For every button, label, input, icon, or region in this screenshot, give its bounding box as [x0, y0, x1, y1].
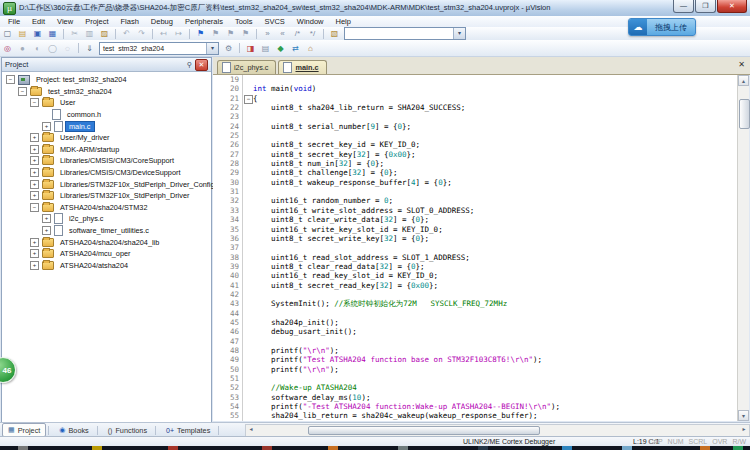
- flash-download-icon[interactable]: ⇓: [83, 43, 96, 54]
- tree-item[interactable]: +i2c_phys.c: [2, 213, 211, 225]
- title-bar[interactable]: µ D:\工作区\360云盘\工作产品\烧录器\SHA204-加密C原厂资料\t…: [0, 0, 750, 17]
- chevron-down-icon[interactable]: ▾: [206, 43, 218, 54]
- menu-tools[interactable]: Tools: [229, 17, 259, 26]
- expand-icon[interactable]: +: [30, 145, 39, 154]
- tree-item[interactable]: +ATSHA204/sha204/sha204_lib: [2, 236, 211, 248]
- insert-remove-breakpoint-icon[interactable]: ●: [16, 43, 29, 54]
- debug-session-icon[interactable]: ◎: [1, 43, 14, 54]
- options-for-target-icon[interactable]: ⚙: [222, 43, 235, 54]
- document-close-icon[interactable]: ✕: [736, 59, 747, 70]
- expand-icon[interactable]: +: [30, 261, 39, 270]
- vertical-scrollbar[interactable]: ▴ ▾: [737, 75, 749, 421]
- editor-tab-i2c_phys-c[interactable]: i2c_phys.c: [217, 60, 276, 74]
- file-extensions-icon[interactable]: ◆: [274, 43, 287, 54]
- panel-tab-project[interactable]: ▦Project: [2, 423, 46, 437]
- expand-icon[interactable]: +: [42, 226, 51, 235]
- paste-icon[interactable]: ▨: [98, 28, 111, 39]
- editor-tab-main-c[interactable]: main.c: [278, 60, 326, 74]
- scroll-up-icon[interactable]: ▴: [738, 75, 749, 86]
- pin-icon[interactable]: ⚲: [184, 60, 195, 70]
- tree-item[interactable]: −Project: test_stm32_sha204: [2, 74, 211, 86]
- new-file-icon[interactable]: ▢: [1, 28, 14, 39]
- find-in-files-icon[interactable]: ▧: [328, 28, 341, 39]
- tree-item[interactable]: +Libraries/STM32F10x_StdPeriph_Driver_Co…: [2, 178, 211, 190]
- uncomment-icon[interactable]: */: [306, 28, 319, 39]
- chevron-down-icon[interactable]: ▾: [453, 28, 465, 39]
- expand-icon[interactable]: +: [30, 156, 39, 165]
- find-combobox[interactable]: ▾: [344, 27, 466, 40]
- tree-item[interactable]: +MDK-ARM/startup: [2, 144, 211, 156]
- panel-tab-templates[interactable]: 0+Templates: [160, 423, 216, 437]
- menu-file[interactable]: File: [2, 17, 26, 26]
- environment-setup-icon[interactable]: ⇄: [289, 43, 302, 54]
- scroll-left-icon[interactable]: ◂: [246, 425, 256, 434]
- pack-installer-icon[interactable]: ⌂: [304, 43, 317, 54]
- expand-icon[interactable]: +: [30, 191, 39, 200]
- menu-project[interactable]: Project: [79, 17, 114, 26]
- collapse-icon[interactable]: −: [6, 75, 15, 84]
- save-file-icon[interactable]: ▣: [31, 28, 44, 39]
- tree-item[interactable]: +ATSHA204/atsha204: [2, 260, 211, 272]
- scroll-down-icon[interactable]: ▾: [738, 410, 749, 421]
- menu-window[interactable]: Window: [291, 17, 330, 26]
- tree-item[interactable]: +main.c: [2, 120, 211, 132]
- previous-bookmark-icon[interactable]: ⚑: [224, 28, 237, 39]
- menu-flash[interactable]: Flash: [115, 17, 145, 26]
- collapse-icon[interactable]: −: [18, 87, 27, 96]
- restore-button[interactable]: ❐: [695, 0, 716, 13]
- next-bookmark-icon[interactable]: ⚑: [209, 28, 222, 39]
- horizontal-scroll-thumb[interactable]: [308, 426, 540, 435]
- expand-icon[interactable]: +: [42, 122, 51, 131]
- indent-icon[interactable]: »: [261, 28, 274, 39]
- tree-item[interactable]: +software_timer_utilities.c: [2, 225, 211, 237]
- menu-svcs[interactable]: SVCS: [258, 17, 290, 26]
- menu-peripherals[interactable]: Peripherals: [179, 17, 229, 26]
- cloud-upload-button[interactable]: ☁ 拖拽上传: [628, 18, 696, 36]
- minimize-button[interactable]: —: [673, 0, 694, 13]
- menu-edit[interactable]: Edit: [26, 17, 51, 26]
- comment-icon[interactable]: /*: [291, 28, 304, 39]
- tree-item[interactable]: +ATSHA204/mcu_oper: [2, 248, 211, 260]
- expand-icon[interactable]: +: [30, 249, 39, 258]
- tree-item[interactable]: −ATSHA204/sha204/STM32: [2, 202, 211, 214]
- tree-item[interactable]: +Libraries/CMSIS/CM3/CoreSupport: [2, 155, 211, 167]
- collapse-icon[interactable]: −: [30, 203, 39, 212]
- redo-icon[interactable]: ↷: [135, 28, 148, 39]
- expand-icon[interactable]: +: [42, 214, 51, 223]
- expand-icon[interactable]: +: [30, 180, 39, 189]
- tree-item[interactable]: −test_stm32_sha204: [2, 86, 211, 98]
- save-all-icon[interactable]: ▦: [46, 28, 59, 39]
- collapse-icon[interactable]: −: [30, 98, 39, 107]
- menu-debug[interactable]: Debug: [145, 17, 179, 26]
- undo-icon[interactable]: ↶: [120, 28, 133, 39]
- navigate-forward-icon[interactable]: ↦: [172, 28, 185, 39]
- cut-icon[interactable]: ✂: [68, 28, 81, 39]
- open-file-icon[interactable]: ▤: [16, 28, 29, 39]
- manage-books-icon[interactable]: ▤: [259, 43, 272, 54]
- panel-tab-functions[interactable]: ()Functions: [102, 423, 153, 437]
- kill-all-breakpoints-icon[interactable]: ◌: [61, 43, 74, 54]
- tree-item[interactable]: −User: [2, 97, 211, 109]
- panel-close-icon[interactable]: ✕: [195, 59, 208, 71]
- vertical-scroll-thumb[interactable]: [739, 99, 750, 129]
- tree-item[interactable]: +User/My_driver: [2, 132, 211, 144]
- tree-item[interactable]: common.h: [2, 109, 211, 121]
- panel-tab-books[interactable]: ◉Books: [53, 423, 94, 437]
- expand-icon[interactable]: +: [30, 133, 39, 142]
- expand-icon[interactable]: +: [30, 168, 39, 177]
- tree-item[interactable]: +Libraries/STM32F10x_StdPeriph_Driver: [2, 190, 211, 202]
- scroll-right-icon[interactable]: ▸: [739, 425, 749, 434]
- target-select[interactable]: test_stm32_sha204▾: [99, 42, 219, 55]
- menu-view[interactable]: View: [51, 17, 79, 26]
- code-editor[interactable]: 1920int main(void)21−{22 uint8_t sha204_…: [213, 75, 738, 421]
- manage-project-items-icon[interactable]: ◨: [244, 43, 257, 54]
- insert-bookmark-icon[interactable]: ⚑: [194, 28, 207, 39]
- disable-all-breakpoints-icon[interactable]: ◯: [46, 43, 59, 54]
- unindent-icon[interactable]: «: [276, 28, 289, 39]
- menu-help[interactable]: Help: [330, 17, 357, 26]
- copy-icon[interactable]: ▥: [83, 28, 96, 39]
- close-button[interactable]: ✕: [717, 0, 747, 13]
- enable-disable-breakpoint-icon[interactable]: ◐: [31, 43, 44, 54]
- tree-item[interactable]: +Libraries/CMSIS/CM3/DeviceSupport: [2, 167, 211, 179]
- clear-bookmarks-icon[interactable]: ⚑: [239, 28, 252, 39]
